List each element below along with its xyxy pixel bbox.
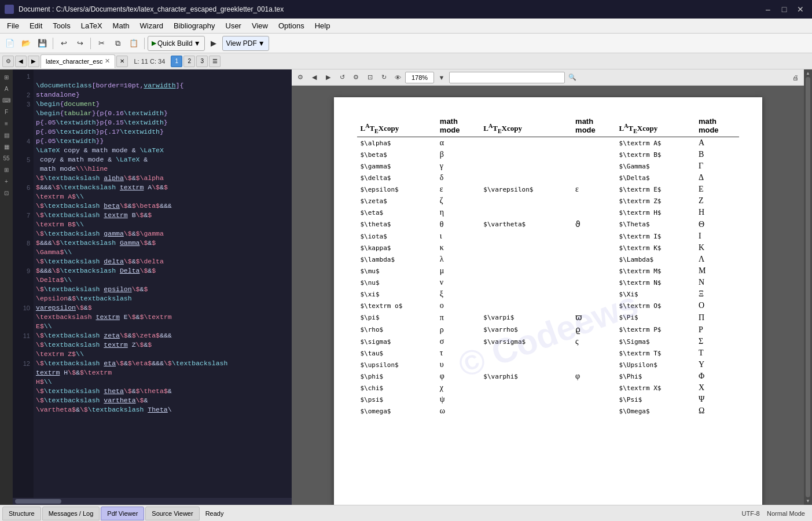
minimize-button[interactable]: – [761, 2, 775, 16]
cell-18-3 [572, 347, 616, 359]
cell-2-4: $\Gamma$ [616, 160, 695, 172]
editor-hscrollbar[interactable] [13, 498, 292, 505]
sidebar-icon-7[interactable]: ▦ [1, 141, 12, 152]
editor-tab-1[interactable]: latex_character_esc ✕ [41, 54, 115, 68]
app-icon [5, 5, 14, 14]
new-file-button[interactable]: 📄 [2, 36, 17, 51]
menu-bibliography[interactable]: Bibliography [169, 20, 220, 31]
table-row: $\mu$μ$\textrm M$M [357, 265, 739, 277]
sidebar-icon-6[interactable]: ▤ [1, 130, 12, 140]
cell-13-2 [480, 288, 572, 300]
zoom-display[interactable]: 178% [405, 72, 434, 83]
cell-7-1: θ [436, 218, 480, 230]
tab-prev-button[interactable]: ◀ [15, 56, 27, 67]
scroll-down-btn[interactable]: ▼ [806, 498, 810, 504]
page-num-2[interactable]: 2 [183, 56, 195, 67]
code-text[interactable]: \documentclass[border=10pt,varwidth]{ st… [34, 69, 292, 498]
quick-build-button[interactable]: ▶ Quick Build ▼ [148, 36, 205, 51]
sidebar-icon-8[interactable]: 55 [1, 153, 12, 163]
cut-button[interactable]: ✂ [94, 36, 109, 51]
undo-button[interactable]: ↩ [56, 36, 71, 51]
cell-22-4: $\Psi$ [616, 394, 695, 405]
scroll-up-btn[interactable]: ▲ [806, 71, 810, 76]
cell-14-0: $\textrm o$ [357, 300, 436, 311]
cell-13-5: Ξ [695, 288, 739, 300]
status-tab-structure[interactable]: Structure [2, 507, 41, 520]
table-row: $\sigma$σ$\varsigma$ς$\Sigma$Σ [357, 336, 739, 347]
tab-close-button[interactable]: ✕ [105, 57, 110, 65]
pdf-search-button[interactable]: 🔍 [566, 71, 579, 84]
cell-3-0: $\delta$ [357, 172, 436, 184]
view-pdf-button[interactable]: View PDF ▼ [222, 36, 269, 51]
status-tab-messages[interactable]: Messages / Log [42, 507, 100, 520]
table-row: $\zeta$ζ$\textrm Z$Z [357, 195, 739, 207]
open-file-button[interactable]: 📂 [19, 36, 34, 51]
pdf-print-btn[interactable]: 🖨 [789, 71, 802, 84]
pdf-crop-btn[interactable]: ⊡ [363, 71, 376, 84]
table-row: $\kappa$κ$\textrm K$K [357, 242, 739, 254]
pdf-gear-btn[interactable]: ⚙ [350, 71, 362, 84]
toolbar-separator-1 [53, 38, 53, 49]
redo-button[interactable]: ↪ [72, 36, 87, 51]
cell-2-3 [572, 160, 616, 172]
zoom-dropdown[interactable]: ▼ [435, 71, 448, 84]
menu-wizard[interactable]: Wizard [135, 20, 168, 31]
tab-settings-button[interactable]: ⚙ [2, 56, 14, 67]
code-editor[interactable]: 1 2 3 4 5 6 7 [13, 69, 292, 498]
sidebar-icon-9[interactable]: ⊞ [1, 164, 12, 175]
cell-23-1: ω [436, 405, 480, 417]
status-tab-source[interactable]: Source Viewer [145, 507, 199, 520]
cell-20-1: φ [436, 370, 480, 382]
right-scrollbar[interactable]: ▲ ▼ [804, 69, 812, 505]
cell-0-3 [572, 137, 616, 149]
col-header-4: mathmode [572, 115, 616, 137]
pdf-search-input[interactable] [449, 72, 565, 83]
menu-file[interactable]: File [2, 20, 24, 31]
cell-3-5: Δ [695, 172, 739, 184]
maximize-button[interactable]: □ [777, 2, 791, 16]
pdf-refresh-btn[interactable]: ↺ [336, 71, 348, 84]
sidebar-icon-4[interactable]: F [1, 107, 12, 117]
pdf-rotate-btn[interactable]: ↻ [377, 71, 390, 84]
sidebar-icon-5[interactable]: ≡ [1, 118, 12, 129]
pdf-settings-btn[interactable]: ⚙ [294, 71, 307, 84]
scroll-thumb[interactable] [806, 77, 810, 497]
menu-math[interactable]: Math [108, 20, 134, 31]
menu-edit[interactable]: Edit [25, 20, 47, 31]
menu-options[interactable]: Options [274, 20, 309, 31]
cell-10-2 [480, 254, 572, 265]
sidebar-icon-2[interactable]: A [1, 83, 12, 94]
menu-latex[interactable]: LaTeX [76, 20, 107, 31]
pdf-eye-btn[interactable]: 👁 [391, 71, 404, 84]
menu-user[interactable]: User [221, 20, 246, 31]
sidebar-icon-1[interactable]: ⊞ [1, 72, 12, 82]
copy-button[interactable]: ⧉ [110, 36, 125, 51]
close-button[interactable]: ✕ [793, 2, 807, 16]
save-file-button[interactable]: 💾 [35, 36, 50, 51]
page-num-1[interactable]: 1 [171, 56, 182, 67]
menu-tools[interactable]: Tools [48, 20, 75, 31]
sidebar-icon-3[interactable]: ⌨ [1, 95, 12, 105]
menu-help[interactable]: Help [310, 20, 335, 31]
cell-19-3 [572, 359, 616, 370]
menu-view[interactable]: View [247, 20, 273, 31]
hscroll-thumb[interactable] [15, 499, 61, 504]
pdf-nav-left[interactable]: ◀ [308, 71, 321, 84]
pdf-nav-right[interactable]: ▶ [322, 71, 335, 84]
sidebar-icon-10[interactable]: + [1, 176, 12, 186]
status-bar: Structure Messages / Log Pdf Viewer Sour… [0, 505, 812, 521]
pdf-view-area[interactable]: © Codeews LATEXcopy mathmode LATEXcopy m… [292, 86, 804, 505]
close-all-tabs-button[interactable]: ✕ [116, 56, 128, 67]
sidebar-icon-11[interactable]: ⊡ [1, 188, 12, 198]
table-row: $\epsilon$ε$\varepsilon$ε$\textrm E$E [357, 184, 739, 195]
tab-next-button[interactable]: ▶ [28, 56, 39, 67]
status-encoding: UTF-8 Normal Mode [742, 510, 810, 517]
run-button[interactable]: ▶ [206, 36, 221, 51]
page-num-3[interactable]: 3 [196, 56, 208, 67]
structure-button[interactable]: ☰ [209, 56, 221, 67]
paste-button[interactable]: 📋 [126, 36, 141, 51]
left-sidebar: ⊞ A ⌨ F ≡ ▤ ▦ 55 ⊞ + ⊡ [0, 69, 13, 505]
toolbar-separator-3 [144, 38, 145, 49]
table-row: $\beta$β$\textrm B$Β [357, 149, 739, 160]
status-tab-pdf[interactable]: Pdf Viewer [101, 507, 144, 520]
